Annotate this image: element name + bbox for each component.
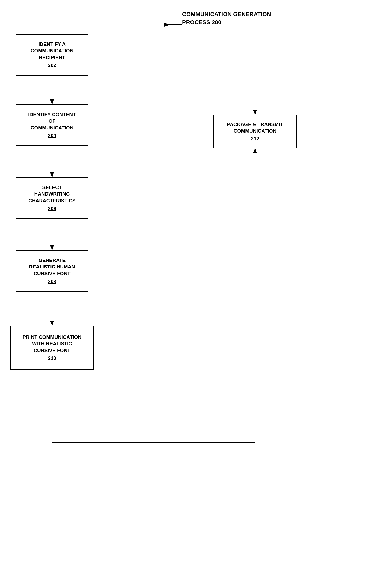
box-210: PRINT COMMUNICATIONWITH REALISTICCURSIVE… [10, 326, 94, 370]
box-206: SELECTHANDWRITINGCHARACTERISTICS 206 [16, 177, 88, 219]
box-206-text: SELECTHANDWRITINGCHARACTERISTICS [28, 184, 76, 204]
connectors-svg [0, 0, 369, 588]
box-202-number: 202 [48, 62, 56, 69]
box-212: PACKAGE & TRANSMITCOMMUNICATION 212 [213, 115, 297, 148]
diagram-container: COMMUNICATION GENERATION PROCESS 200 IDE… [0, 0, 369, 588]
box-204-number: 204 [48, 132, 56, 139]
title-line1: COMMUNICATION GENERATION [182, 11, 271, 17]
box-212-number: 212 [251, 135, 259, 142]
box-212-text: PACKAGE & TRANSMITCOMMUNICATION [227, 121, 283, 134]
box-204-text: IDENTIFY CONTENTOFCOMMUNICATION [28, 111, 76, 131]
box-210-number: 210 [48, 355, 56, 362]
title-line2: PROCESS 200 [182, 19, 221, 26]
box-202: IDENTIFY ACOMMUNICATIONRECIPIENT 202 [16, 34, 88, 76]
box-208: GENERATEREALISTIC HUMANCURSIVE FONT 208 [16, 250, 88, 292]
process-title: COMMUNICATION GENERATION PROCESS 200 [182, 10, 271, 27]
box-210-text: PRINT COMMUNICATIONWITH REALISTICCURSIVE… [23, 334, 82, 354]
box-208-number: 208 [48, 278, 56, 285]
box-208-text: GENERATEREALISTIC HUMANCURSIVE FONT [29, 257, 75, 277]
box-206-number: 206 [48, 205, 56, 212]
box-204: IDENTIFY CONTENTOFCOMMUNICATION 204 [16, 104, 88, 146]
box-202-text: IDENTIFY ACOMMUNICATIONRECIPIENT [31, 41, 73, 61]
